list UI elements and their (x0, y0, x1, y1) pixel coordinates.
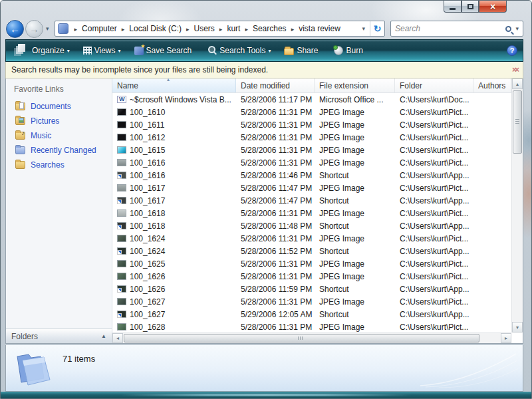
file-row[interactable]: 100_1617 5/28/2006 11:47 PM Shortcut C:\… (112, 194, 511, 207)
file-folder-path: C:\Users\kurt\Pict... (395, 108, 473, 117)
column-header[interactable]: Name (112, 78, 236, 92)
horizontal-scrollbar[interactable] (112, 332, 511, 343)
favorite-link-label: Searches (31, 160, 65, 170)
file-row[interactable]: 100_1628 5/28/2006 11:31 PM JPEG Image C… (112, 321, 511, 332)
favorite-link[interactable]: Recently Changed (6, 143, 112, 158)
file-row[interactable]: 100_1624 5/28/2006 11:31 PM JPEG Image C… (112, 232, 511, 245)
file-extension: Shortcut (315, 285, 395, 294)
forward-button[interactable]: → (25, 20, 43, 38)
maximize-button[interactable] (462, 1, 479, 13)
search-input[interactable] (391, 24, 505, 33)
breadcrumb-item[interactable]: Computer (70, 24, 117, 33)
file-icon (117, 108, 126, 116)
file-row[interactable]: 100_1626 5/28/2006 11:59 PM Shortcut C:\… (112, 283, 511, 295)
address-dropdown-icon[interactable]: ▾ (357, 25, 370, 32)
file-extension: JPEG Image (315, 158, 395, 168)
refresh-button[interactable] (370, 21, 384, 36)
file-extension: JPEG Image (315, 259, 395, 269)
breadcrumb-item[interactable]: Users (182, 24, 215, 33)
command-toolbar: Organize ▾ Views ▾ Save Search Search To… (5, 39, 523, 62)
breadcrumb-item[interactable]: vista review (287, 24, 340, 33)
file-row[interactable]: 100_1618 5/28/2006 11:31 PM JPEG Image C… (112, 207, 511, 219)
file-row[interactable]: 100_1611 5/28/2006 11:31 PM JPEG Image C… (112, 118, 511, 131)
breadcrumb-label: vista review (299, 24, 340, 33)
back-button[interactable]: ← (6, 20, 24, 38)
toolbar-button[interactable]: Share (279, 42, 326, 59)
file-row[interactable]: 100_1616 5/28/2006 11:46 PM Shortcut C:\… (112, 169, 511, 182)
help-button[interactable]: ? (507, 45, 517, 56)
scroll-up-icon[interactable] (512, 78, 523, 89)
search-icon[interactable] (505, 26, 511, 32)
file-extension: JPEG Image (315, 234, 395, 243)
file-row[interactable]: 100_1626 5/28/2006 11:31 PM JPEG Image C… (112, 270, 511, 283)
scroll-right-icon[interactable] (501, 333, 511, 343)
file-row[interactable]: 100_1625 5/28/2006 11:31 PM JPEG Image C… (112, 257, 511, 270)
file-row[interactable]: 100_1627 5/28/2006 11:31 PM JPEG Image C… (112, 295, 511, 308)
favorite-link[interactable]: Music (6, 128, 112, 143)
breadcrumb-item[interactable]: Searches (240, 24, 286, 33)
file-name: 100_1624 (130, 247, 236, 256)
breadcrumb-item[interactable]: Local Disk (C:) (117, 24, 182, 33)
toolbar-button[interactable]: Views ▾ (78, 42, 126, 59)
explorer-window: ← → ▾ Computer Local Disk (C:) Users (0, 0, 532, 399)
file-folder-path: C:\Users\kurt\Pict... (395, 158, 473, 168)
file-folder-path: C:\Users\kurt\Pict... (395, 120, 473, 130)
close-button[interactable] (479, 1, 507, 13)
info-message: Search results may be incomplete since y… (11, 65, 268, 74)
favorite-link[interactable]: Searches (6, 158, 112, 172)
favorite-link-label: Music (31, 131, 51, 140)
column-header[interactable]: Folder (395, 78, 473, 92)
file-row[interactable]: 100_1627 5/29/2006 12:05 AM Shortcut C:\… (112, 308, 511, 321)
toolbar-icon (284, 48, 294, 55)
file-folder-path: C:\Users\kurt\App... (395, 221, 473, 231)
window-bottom-frame (1, 392, 531, 399)
file-date-modified: 5/28/2006 11:31 PM (236, 209, 315, 218)
search-dropdown-icon[interactable]: ▾ (515, 25, 523, 32)
breadcrumb-item[interactable]: kurt (215, 24, 241, 33)
toolbar-icon (334, 46, 343, 55)
file-row[interactable]: 100_1612 5/28/2006 11:31 PM JPEG Image C… (112, 131, 511, 144)
file-row[interactable]: 100_1617 5/28/2006 11:47 PM JPEG Image C… (112, 182, 511, 194)
favorite-link[interactable]: Pictures (6, 114, 112, 128)
folder-icon (15, 146, 25, 154)
file-row[interactable]: 100_1610 5/28/2006 11:31 PM JPEG Image C… (112, 106, 511, 118)
file-row[interactable]: ~$crosoft Windows Vista B... 5/28/2006 1… (112, 93, 511, 106)
recent-pages-dropdown-icon[interactable]: ▾ (43, 25, 52, 32)
file-date-modified: 5/28/2006 11:47 PM (236, 184, 315, 193)
file-date-modified: 5/28/2006 11:31 PM (236, 133, 315, 142)
file-extension: Shortcut (315, 171, 395, 180)
file-icon (117, 260, 126, 267)
file-extension: JPEG Image (315, 184, 395, 193)
toolbar-button[interactable]: Organize ▾ (11, 42, 75, 59)
breadcrumb-label: Computer (82, 24, 117, 33)
file-icon (117, 209, 126, 217)
file-extension: Shortcut (315, 247, 395, 256)
toolbar-button[interactable]: Search Tools ▾ (202, 42, 276, 59)
file-row[interactable]: 100_1616 5/28/2006 11:31 PM JPEG Image C… (112, 156, 511, 169)
horizontal-scroll-thumb[interactable] (124, 334, 479, 342)
favorite-link[interactable]: Documents (6, 99, 112, 114)
file-row[interactable]: 100_1618 5/28/2006 11:48 PM Shortcut C:\… (112, 219, 511, 232)
toolbar-label: Search Tools (219, 46, 265, 55)
file-folder-path: C:\Users\kurt\Doc... (395, 95, 473, 104)
address-bar[interactable]: Computer Local Disk (C:) Users kurt (55, 21, 385, 37)
column-header[interactable]: Authors (473, 78, 511, 92)
info-close-icon[interactable] (512, 65, 517, 74)
breadcrumb-arrow-icon (287, 24, 299, 33)
vertical-scrollbar[interactable] (511, 78, 523, 332)
scroll-left-icon[interactable] (112, 333, 123, 343)
column-header[interactable]: Date modified (236, 78, 315, 92)
minimize-button[interactable] (444, 1, 462, 13)
file-row[interactable]: 100_1615 5/28/2006 11:31 PM JPEG Image C… (112, 144, 511, 156)
scroll-down-icon[interactable] (512, 322, 523, 332)
favorite-links-title: Favorite Links (6, 78, 112, 99)
column-header[interactable]: File extension (315, 78, 395, 92)
toolbar-button[interactable]: Save Search (129, 42, 200, 59)
file-date-modified: 5/28/2006 11:31 PM (236, 146, 315, 155)
vertical-scroll-thumb[interactable] (513, 90, 522, 154)
toolbar-label: Views (94, 46, 116, 55)
folders-expander[interactable]: Folders ▲ (6, 329, 112, 343)
file-row[interactable]: 100_1624 5/28/2006 11:52 PM Shortcut C:\… (112, 245, 511, 257)
toolbar-button[interactable]: Burn (329, 42, 370, 59)
file-name: 100_1627 (130, 297, 236, 307)
